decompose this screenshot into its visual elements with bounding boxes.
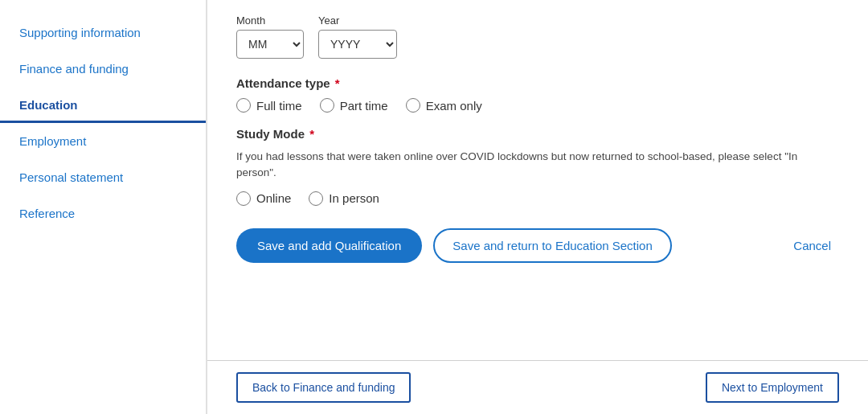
study-mode-online[interactable]: Online bbox=[236, 191, 291, 206]
required-star-attendance: * bbox=[332, 76, 340, 90]
sidebar-item-finance-and-funding[interactable]: Finance and funding bbox=[0, 51, 206, 87]
main-content: Month MM 010203 040506 070809 101112 Yea… bbox=[207, 0, 868, 414]
sidebar-item-employment[interactable]: Employment bbox=[0, 123, 206, 159]
attendance-part-time-radio[interactable] bbox=[320, 98, 334, 113]
sidebar-item-personal-statement[interactable]: Personal statement bbox=[0, 159, 206, 195]
attendance-type-section: Attendance type * Full time Part time Ex… bbox=[236, 76, 839, 113]
study-mode-hint: If you had lessons that were taken onlin… bbox=[236, 149, 815, 182]
sidebar-item-supporting-information[interactable]: Supporting information bbox=[0, 14, 206, 51]
attendance-exam-only[interactable]: Exam only bbox=[406, 98, 482, 113]
year-label: Year bbox=[318, 14, 397, 27]
attendance-part-time-label: Part time bbox=[340, 99, 388, 113]
bottom-navigation: Back to Finance and funding Next to Empl… bbox=[207, 360, 868, 414]
study-mode-radio-group: Online In person bbox=[236, 191, 839, 206]
attendance-full-time-radio[interactable] bbox=[236, 98, 251, 113]
study-mode-section: Study Mode * If you had lessons that wer… bbox=[236, 127, 839, 206]
sidebar-item-education[interactable]: Education bbox=[0, 87, 206, 123]
date-row: Month MM 010203 040506 070809 101112 Yea… bbox=[236, 14, 839, 59]
save-return-education-button[interactable]: Save and return to Education Section bbox=[433, 228, 672, 263]
year-field: Year YYYY 202020212022 202320242025 bbox=[318, 14, 397, 59]
attendance-full-time[interactable]: Full time bbox=[236, 98, 302, 113]
attendance-part-time[interactable]: Part time bbox=[320, 98, 388, 113]
attendance-type-label: Attendance type * bbox=[236, 76, 839, 90]
attendance-exam-only-label: Exam only bbox=[426, 99, 482, 113]
study-mode-online-label: Online bbox=[256, 191, 291, 205]
year-select[interactable]: YYYY 202020212022 202320242025 bbox=[318, 30, 397, 59]
attendance-full-time-label: Full time bbox=[256, 99, 302, 113]
sidebar: Supporting information Finance and fundi… bbox=[0, 0, 207, 414]
month-label: Month bbox=[236, 14, 304, 27]
attendance-type-radio-group: Full time Part time Exam only bbox=[236, 98, 839, 113]
save-add-qualification-button[interactable]: Save and add Qualification bbox=[236, 228, 422, 263]
next-to-employment-button[interactable]: Next to Employment bbox=[706, 372, 839, 403]
study-mode-in-person-label: In person bbox=[329, 191, 379, 205]
required-star-study: * bbox=[306, 127, 314, 141]
sidebar-item-reference[interactable]: Reference bbox=[0, 195, 206, 232]
attendance-exam-only-radio[interactable] bbox=[406, 98, 420, 113]
study-mode-online-radio[interactable] bbox=[236, 191, 251, 206]
back-to-finance-button[interactable]: Back to Finance and funding bbox=[236, 372, 411, 403]
study-mode-label: Study Mode * bbox=[236, 127, 839, 141]
cancel-button[interactable]: Cancel bbox=[785, 239, 839, 252]
month-field: Month MM 010203 040506 070809 101112 bbox=[236, 14, 304, 59]
month-select[interactable]: MM 010203 040506 070809 101112 bbox=[236, 30, 304, 59]
action-button-row: Save and add Qualification Save and retu… bbox=[236, 228, 839, 263]
study-mode-in-person[interactable]: In person bbox=[309, 191, 379, 206]
study-mode-in-person-radio[interactable] bbox=[309, 191, 323, 206]
